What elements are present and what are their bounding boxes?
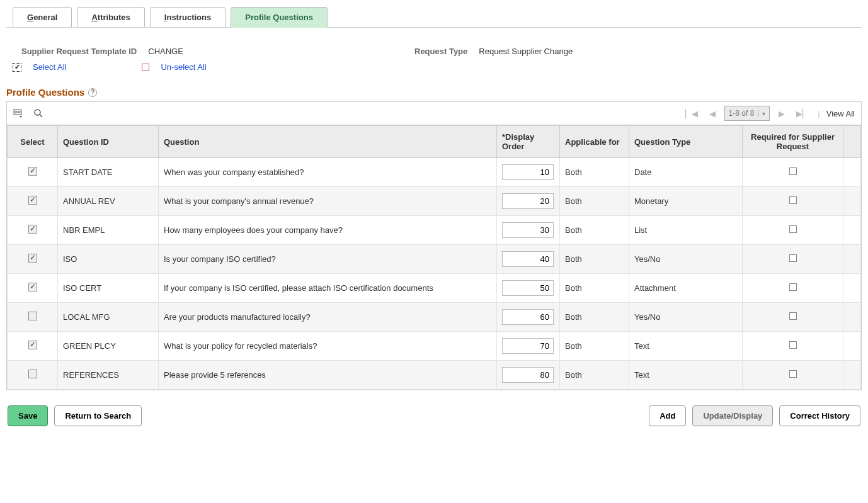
search-icon[interactable] (33, 108, 43, 118)
row-applicable-for: Both (560, 332, 629, 361)
tab-profile-questions[interactable]: Profile Questions (231, 7, 328, 28)
row-question-id: NBR EMPL (58, 216, 159, 245)
pager-prev-icon[interactable]: ◀ (707, 109, 718, 118)
section-title: Profile Questions (6, 87, 84, 98)
row-tail (843, 274, 861, 303)
row-required-checkbox[interactable] (789, 167, 797, 175)
display-order-input[interactable] (502, 193, 554, 209)
row-applicable-for: Both (560, 245, 629, 274)
col-required[interactable]: Required for Supplier Request (743, 126, 843, 158)
row-select-checkbox[interactable] (28, 283, 37, 291)
row-question-id: REFERENCES (58, 361, 159, 390)
row-applicable-for: Both (560, 274, 629, 303)
table-row: ISOIs your company ISO certified?BothYes… (8, 245, 861, 274)
select-row: Select All Un-select All (6, 60, 862, 79)
tab-instructions[interactable]: Instructions (150, 7, 226, 28)
row-select-checkbox[interactable] (28, 167, 37, 176)
row-question: Is your company ISO certified? (159, 245, 497, 274)
row-select-checkbox[interactable] (28, 225, 37, 234)
row-question-id: LOCAL MFG (58, 303, 159, 332)
pager-range-dropdown[interactable]: 1-8 of 8 ▾ (724, 106, 770, 121)
request-type-label: Request Type (414, 47, 467, 56)
row-required-checkbox[interactable] (789, 283, 797, 291)
unselect-all-checkbox[interactable] (142, 64, 149, 71)
row-question-id: START DATE (58, 158, 159, 187)
view-all-link[interactable]: View All (826, 109, 855, 118)
help-icon[interactable]: ? (88, 88, 97, 97)
row-question-type: Attachment (629, 274, 743, 303)
display-order-input[interactable] (502, 367, 554, 383)
col-question-type[interactable]: Question Type (629, 126, 743, 158)
row-question: When was your company established? (159, 158, 497, 187)
display-order-input[interactable] (502, 280, 554, 296)
row-select-checkbox[interactable] (28, 341, 37, 349)
table-row: ISO CERTIf your company is ISO certified… (8, 274, 861, 303)
table-row: LOCAL MFGAre your products manufactured … (8, 303, 861, 332)
table-row: ANNUAL REVWhat is your company's annual … (8, 187, 861, 216)
grid-action-icon[interactable] (13, 108, 23, 118)
svg-point-2 (35, 110, 40, 115)
row-question-type: Text (629, 332, 743, 361)
row-select-checkbox[interactable] (28, 254, 37, 263)
row-select-checkbox[interactable] (28, 370, 37, 378)
row-tail (843, 303, 861, 332)
row-applicable-for: Both (560, 361, 629, 390)
pager-range-text: 1-8 of 8 (729, 109, 755, 118)
update-display-button[interactable]: Update/Display (692, 405, 773, 426)
pager-first-icon[interactable]: ▏◀ (683, 109, 700, 118)
col-question[interactable]: Question (159, 126, 497, 158)
col-applicable-for[interactable]: Applicable for (560, 126, 629, 158)
select-all-link[interactable]: Select All (33, 62, 66, 72)
tab-bar: General Attributes Instructions Profile … (6, 6, 862, 28)
questions-table: Select Question ID Question *Display Ord… (7, 125, 861, 390)
template-id-value: CHANGE (148, 47, 183, 56)
unselect-all-link[interactable]: Un-select All (161, 62, 206, 72)
row-tail (843, 187, 861, 216)
tab-attributes[interactable]: Attributes (77, 7, 144, 28)
tab-general[interactable]: General (13, 7, 72, 28)
table-row: START DATEWhen was your company establis… (8, 158, 861, 187)
col-display-order[interactable]: *Display Order (497, 126, 560, 158)
pager-next-icon[interactable]: ▶ (776, 109, 787, 118)
row-applicable-for: Both (560, 216, 629, 245)
display-order-input[interactable] (502, 222, 554, 238)
row-question-type: List (629, 216, 743, 245)
row-question-id: ISO (58, 245, 159, 274)
table-row: GREEN PLCYWhat is your policy for recycl… (8, 332, 861, 361)
return-to-search-button[interactable]: Return to Search (54, 405, 142, 426)
row-applicable-for: Both (560, 158, 629, 187)
add-button[interactable]: Add (649, 405, 686, 426)
row-question-type: Yes/No (629, 245, 743, 274)
row-select-checkbox[interactable] (28, 196, 37, 205)
row-select-checkbox[interactable] (28, 312, 37, 320)
row-question: If your company is ISO certified, please… (159, 274, 497, 303)
row-tail (843, 158, 861, 187)
display-order-input[interactable] (502, 338, 554, 354)
row-required-checkbox[interactable] (789, 225, 797, 233)
row-required-checkbox[interactable] (789, 341, 797, 349)
correct-history-button[interactable]: Correct History (779, 405, 860, 426)
svg-rect-0 (14, 110, 21, 111)
row-required-checkbox[interactable] (789, 196, 797, 204)
display-order-input[interactable] (502, 309, 554, 325)
table-row: NBR EMPLHow many employees does your com… (8, 216, 861, 245)
row-tail (843, 361, 861, 390)
row-question-id: GREEN PLCY (58, 332, 159, 361)
select-all-checkbox[interactable] (13, 63, 21, 72)
grid: ▏◀ ◀ 1-8 of 8 ▾ ▶ ▶▏ | View All Select Q… (6, 101, 862, 390)
display-order-input[interactable] (502, 164, 554, 180)
row-required-checkbox[interactable] (789, 312, 797, 320)
col-select[interactable]: Select (8, 126, 58, 158)
pager-last-icon[interactable]: ▶▏ (794, 109, 811, 118)
row-tail (843, 332, 861, 361)
svg-line-3 (40, 115, 42, 117)
display-order-input[interactable] (502, 251, 554, 267)
col-question-id[interactable]: Question ID (58, 126, 159, 158)
row-tail (843, 216, 861, 245)
save-button[interactable]: Save (8, 405, 48, 426)
row-question-type: Yes/No (629, 303, 743, 332)
row-required-checkbox[interactable] (789, 370, 797, 378)
row-required-checkbox[interactable] (789, 254, 797, 262)
grid-toolbar: ▏◀ ◀ 1-8 of 8 ▾ ▶ ▶▏ | View All (7, 102, 861, 125)
row-applicable-for: Both (560, 303, 629, 332)
